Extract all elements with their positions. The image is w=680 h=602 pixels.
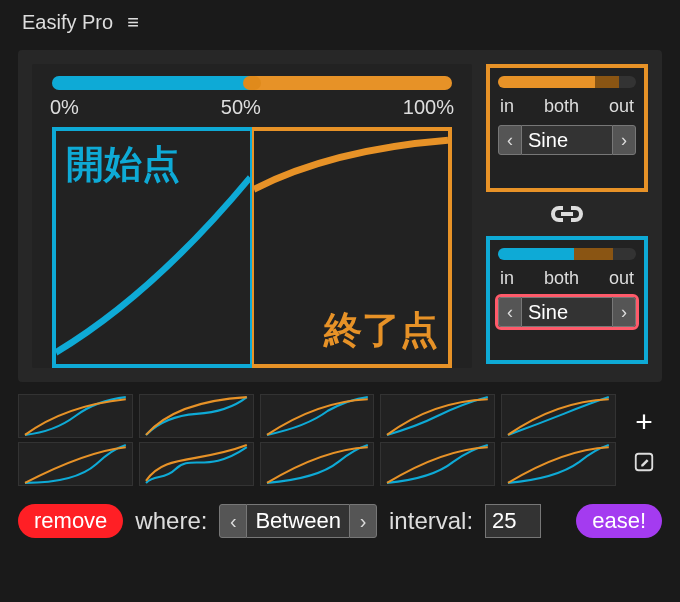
curve-start-region[interactable]: 開始点 <box>52 127 252 368</box>
curve-end-region[interactable]: 終了点 <box>252 127 452 368</box>
curve-area: 開始点 終了点 <box>52 127 452 368</box>
presets-row: + <box>18 394 662 486</box>
percentage-labels: 0% 50% 100% <box>50 96 454 119</box>
link-icon[interactable] <box>547 202 587 226</box>
preset-cell[interactable] <box>18 394 133 438</box>
edit-preset-icon[interactable] <box>633 451 655 473</box>
preset-cell[interactable] <box>260 442 375 486</box>
remove-button[interactable]: remove <box>18 504 123 538</box>
start-point-label: 開始点 <box>66 139 180 190</box>
ease-out-prev-icon[interactable]: ‹ <box>498 125 522 155</box>
percentage-slider[interactable] <box>52 76 452 90</box>
ease-in-slider[interactable] <box>498 248 636 260</box>
preset-grid <box>18 394 616 486</box>
main-panel: 0% 50% 100% 開始点 終了点 <box>18 50 662 382</box>
ease-in-curve-value[interactable]: Sine <box>522 297 612 327</box>
ease-in-both-label[interactable]: both <box>544 268 579 289</box>
ease-in-prev-icon[interactable]: ‹ <box>498 297 522 327</box>
ease-out-both-label[interactable]: both <box>544 96 579 117</box>
interval-input[interactable]: 25 <box>485 504 541 538</box>
preset-cell[interactable] <box>139 394 254 438</box>
ease-in-in-label[interactable]: in <box>500 268 514 289</box>
preset-cell[interactable] <box>380 442 495 486</box>
where-prev-icon[interactable]: ‹ <box>219 504 247 538</box>
ease-out-in-label[interactable]: in <box>500 96 514 117</box>
bottom-bar: remove where: ‹ Between › interval: 25 e… <box>18 504 662 538</box>
preset-cell[interactable] <box>501 442 616 486</box>
where-label: where: <box>135 507 207 535</box>
ease-in-out-label[interactable]: out <box>609 268 634 289</box>
ease-in-box: in both out ‹ Sine › <box>486 236 648 364</box>
pct-label-100: 100% <box>403 96 454 119</box>
ease-in-next-icon[interactable]: › <box>612 297 636 327</box>
end-point-label: 終了点 <box>324 305 438 356</box>
ease-button[interactable]: ease! <box>576 504 662 538</box>
ease-out-next-icon[interactable]: › <box>612 125 636 155</box>
ease-side-column: in both out ‹ Sine › in both out ‹ <box>486 64 648 368</box>
pct-label-0: 0% <box>50 96 79 119</box>
add-preset-icon[interactable]: + <box>635 407 653 437</box>
where-next-icon[interactable]: › <box>349 504 377 538</box>
preset-cell[interactable] <box>139 442 254 486</box>
menu-icon[interactable]: ≡ <box>127 11 139 34</box>
ease-out-curve-select[interactable]: ‹ Sine › <box>498 125 636 155</box>
where-select[interactable]: ‹ Between › <box>219 504 377 538</box>
pct-label-50: 50% <box>221 96 261 119</box>
where-value[interactable]: Between <box>247 504 349 538</box>
ease-out-curve-value[interactable]: Sine <box>522 125 612 155</box>
app-title: Easify Pro <box>22 11 113 34</box>
ease-out-box: in both out ‹ Sine › <box>486 64 648 192</box>
preset-cell[interactable] <box>501 394 616 438</box>
interval-label: interval: <box>389 507 473 535</box>
ease-in-curve-select[interactable]: ‹ Sine › <box>498 297 636 327</box>
preset-cell[interactable] <box>380 394 495 438</box>
preset-cell[interactable] <box>260 394 375 438</box>
preset-cell[interactable] <box>18 442 133 486</box>
ease-out-slider[interactable] <box>498 76 636 88</box>
ease-out-out-label[interactable]: out <box>609 96 634 117</box>
graph-block: 0% 50% 100% 開始点 終了点 <box>32 64 472 368</box>
